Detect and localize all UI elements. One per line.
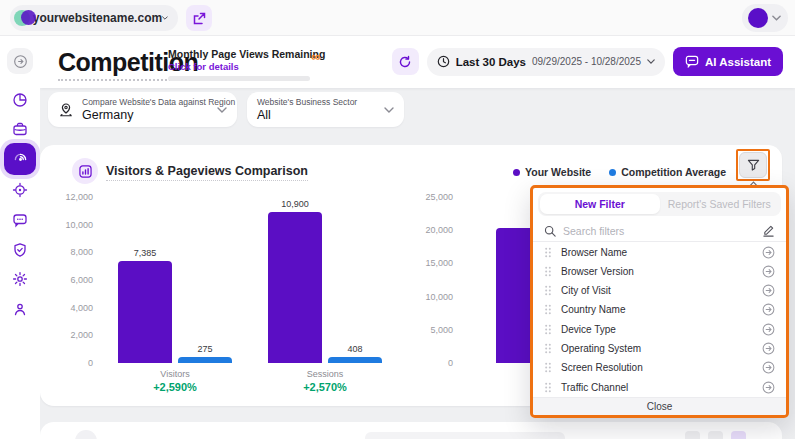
gear-icon xyxy=(12,271,28,287)
chart-filter-button[interactable] xyxy=(739,152,767,178)
sidebar-collapse-button[interactable] xyxy=(7,48,33,74)
date-range-selector[interactable]: Last 30 Days 09/29/2025 - 10/28/2025 xyxy=(427,48,665,76)
filter-list-item[interactable]: Country Name xyxy=(533,300,786,319)
drag-handle-icon[interactable] xyxy=(544,324,552,335)
filter-panel: New Filter Report's Saved Filters Browse… xyxy=(530,185,789,418)
arrow-right-circle-icon[interactable] xyxy=(762,284,775,297)
chart-legend: Your Website Competition Average xyxy=(513,166,726,178)
user-location-icon xyxy=(12,301,28,317)
pageviews-details-link[interactable]: Click for details xyxy=(168,61,358,72)
region-dropdown[interactable]: Compare Website's Data against Region Ge… xyxy=(48,92,237,127)
pageviews-remaining-block: Monthly Page Views Remaining Click for d… xyxy=(168,48,358,81)
sidebar-item-business[interactable] xyxy=(7,116,33,142)
section-control-placeholder xyxy=(365,432,565,439)
sidebar-item-settings[interactable] xyxy=(7,266,33,292)
filter-list-item[interactable]: City of Visit xyxy=(533,281,786,300)
close-filter-panel-button[interactable]: Close xyxy=(533,397,786,415)
arrow-right-circle-icon[interactable] xyxy=(762,361,775,374)
filter-item-label: Browser Version xyxy=(561,266,753,277)
filter-item-label: Traffic Channel xyxy=(561,382,753,393)
filter-list-item[interactable]: Traffic Channel xyxy=(533,378,786,397)
chart-icon xyxy=(72,158,98,184)
drag-handle-icon[interactable] xyxy=(544,362,552,373)
section-button-placeholder[interactable] xyxy=(708,431,723,439)
filter-item-label: Operating System xyxy=(561,343,753,354)
top-bar: yourwebsitename.com xyxy=(0,0,795,36)
chat-icon xyxy=(12,212,28,228)
collapse-sidebar-icon xyxy=(13,54,28,69)
arrow-right-circle-icon[interactable] xyxy=(762,381,775,394)
external-link-icon xyxy=(193,12,206,25)
filter-list: Browser Name Browser Version City of Vis… xyxy=(533,242,786,396)
filter-search-row xyxy=(533,220,786,242)
filter-item-label: Country Name xyxy=(561,304,753,315)
chevron-down-icon xyxy=(217,107,227,113)
sidebar-item-feedback[interactable] xyxy=(7,207,33,233)
filter-list-item[interactable]: Device Type xyxy=(533,320,786,339)
section-icon-placeholder xyxy=(75,430,97,439)
drag-handle-icon[interactable] xyxy=(544,266,552,277)
section-button-placeholder[interactable] xyxy=(731,431,746,439)
sidebar-item-privacy[interactable] xyxy=(7,237,33,263)
drag-handle-icon[interactable] xyxy=(544,247,552,258)
tab-saved-filters[interactable]: Report's Saved Filters xyxy=(660,194,780,214)
filter-funnel-icon xyxy=(747,159,760,172)
ai-chat-icon xyxy=(685,55,699,68)
legend-your-website[interactable]: Your Website xyxy=(513,166,591,178)
filter-list-item[interactable]: Screen Resolution xyxy=(533,358,786,377)
infinity-badge: ∞ xyxy=(311,49,320,64)
page-header: Competition Monthly Page Views Remaining… xyxy=(40,36,795,88)
tab-new-filter[interactable]: New Filter xyxy=(540,194,660,214)
filter-list-item[interactable]: Browser Version xyxy=(533,262,786,281)
legend-dot-blue xyxy=(609,169,616,176)
sidebar-item-account[interactable] xyxy=(7,296,33,322)
change-percentage-label: +2,570% xyxy=(268,381,382,393)
arrow-right-circle-icon[interactable] xyxy=(762,323,775,336)
search-icon xyxy=(544,225,556,237)
legend-competition-average[interactable]: Competition Average xyxy=(609,166,726,178)
sidebar-item-analytics[interactable] xyxy=(7,87,33,113)
refresh-button[interactable] xyxy=(392,48,419,75)
arrow-right-circle-icon[interactable] xyxy=(762,342,775,355)
website-name: yourwebsitename.com xyxy=(33,11,162,25)
sector-dropdown[interactable]: Website's Business Sector All xyxy=(247,92,404,127)
filter-item-label: City of Visit xyxy=(561,285,753,296)
arrow-right-circle-icon[interactable] xyxy=(762,265,775,278)
drag-handle-icon[interactable] xyxy=(544,343,552,354)
drag-handle-icon[interactable] xyxy=(544,304,552,315)
arrow-right-circle-icon[interactable] xyxy=(762,303,775,316)
ai-assistant-label: AI Assistant xyxy=(705,56,771,68)
sector-dropdown-label: Website's Business Sector xyxy=(257,97,378,107)
date-preset: Last 30 Days xyxy=(456,56,526,68)
filter-item-label: Device Type xyxy=(561,324,753,335)
drag-handle-icon[interactable] xyxy=(544,285,552,296)
sector-dropdown-value: All xyxy=(257,108,378,122)
website-favicon xyxy=(14,8,26,28)
sidebar-item-tracking[interactable] xyxy=(7,177,33,203)
edit-off-icon[interactable] xyxy=(762,224,775,237)
pageviews-progress-bar xyxy=(168,76,310,81)
change-percentage-label: +2,590% xyxy=(118,381,232,393)
drag-handle-icon[interactable] xyxy=(544,382,552,393)
open-website-button[interactable] xyxy=(186,5,212,31)
region-pin-icon xyxy=(58,102,74,118)
ai-assistant-button[interactable]: AI Assistant xyxy=(673,47,783,76)
section-button-placeholder[interactable] xyxy=(685,431,700,439)
sidebar-item-competition[interactable] xyxy=(4,143,36,175)
search-filters-input[interactable] xyxy=(563,225,755,237)
filter-button-highlight xyxy=(736,149,770,181)
filter-list-item[interactable]: Browser Name xyxy=(533,242,786,261)
filter-item-label: Browser Name xyxy=(561,247,753,258)
date-range-value: 09/29/2025 - 10/28/2025 xyxy=(532,56,641,67)
filter-list-item[interactable]: Operating System xyxy=(533,339,786,358)
chart-title: Visitors & Pageviews Comparison xyxy=(106,164,308,181)
target-icon xyxy=(12,182,28,198)
chevron-down-icon xyxy=(162,15,168,21)
chevron-down-icon xyxy=(772,15,781,21)
filter-item-label: Screen Resolution xyxy=(561,362,753,373)
user-menu[interactable] xyxy=(742,4,788,32)
arrow-right-circle-icon[interactable] xyxy=(762,246,775,259)
region-dropdown-value: Germany xyxy=(82,108,211,122)
competition-icon xyxy=(12,151,29,168)
website-selector[interactable]: yourwebsitename.com xyxy=(10,5,178,31)
